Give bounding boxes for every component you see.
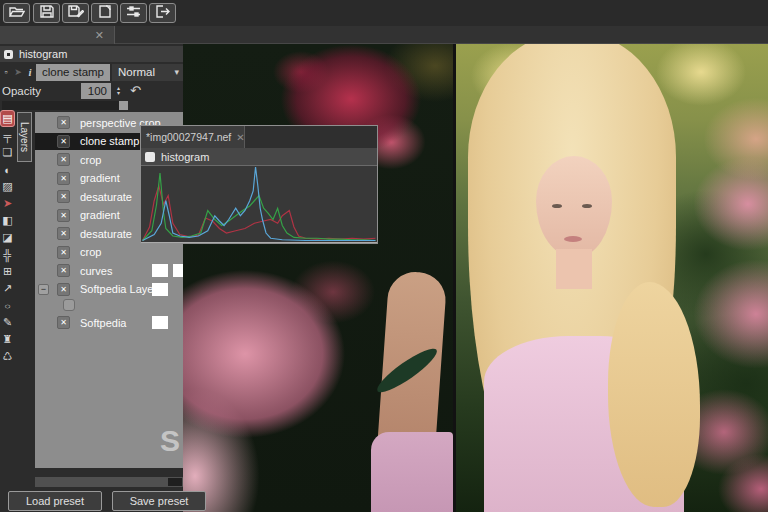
exit-button[interactable] <box>149 3 176 23</box>
info-icon[interactable]: i <box>24 66 36 78</box>
collapse-icon[interactable]: − <box>145 152 155 162</box>
layer-blend-row: ▫ ➤ i Normal ▾ <box>0 63 183 81</box>
sliders-icon <box>126 4 141 22</box>
app-window: ✕ histogram ▫ ➤ <box>0 0 768 512</box>
watermark: S <box>160 424 180 458</box>
photo-right-pane <box>456 44 768 512</box>
contrast-tool[interactable]: ◐ <box>0 161 15 178</box>
tool-column: ▤ ╤ ❏ ◐ ▨ ➤ ◧ ◪ ╬ ⊞ ↗ ○ ✎ ♜ ♺ <box>0 110 16 365</box>
layer-list-scrollbar[interactable] <box>35 477 183 487</box>
photo-hair-strand <box>608 282 700 507</box>
histogram-header: − histogram <box>141 148 377 165</box>
save-edit-icon <box>68 4 84 22</box>
photo-neck <box>556 249 592 289</box>
ellipse-tool[interactable]: ○ <box>0 297 15 314</box>
load-preset-button[interactable]: Load preset <box>8 491 102 511</box>
photo-dress-left <box>371 432 453 512</box>
photo-canvas[interactable] <box>183 44 768 512</box>
crop-tool[interactable]: ╬ <box>0 246 15 263</box>
histogram-panel-header[interactable]: histogram <box>0 46 183 62</box>
open-button[interactable] <box>3 3 30 23</box>
dock-panel-icon[interactable] <box>4 50 13 59</box>
layer-row[interactable]: ✕ Softpedia <box>35 314 183 331</box>
exit-icon <box>155 4 170 22</box>
brush-tool[interactable]: ➤ <box>0 195 15 212</box>
levels-tool[interactable]: ◧ <box>0 212 15 229</box>
clone-arrow-tool[interactable]: ↗ <box>0 280 15 297</box>
save-button[interactable] <box>33 3 60 23</box>
photo-eye <box>552 204 562 208</box>
save-preset-button[interactable]: Save preset <box>112 491 206 511</box>
layers-side-tab[interactable]: Layers <box>17 112 32 162</box>
left-dock: histogram ▫ ➤ i Normal ▾ Opacity 100 ▴ ▾… <box>0 44 183 512</box>
layer-delete-icon[interactable]: ✕ <box>57 116 70 129</box>
layer-row[interactable]: − ✕ Softpedia Layer <box>35 281 183 298</box>
save-as-button[interactable] <box>62 3 89 23</box>
layer-delete-icon[interactable]: ✕ <box>57 283 70 296</box>
pencil-tool[interactable]: ✎ <box>0 314 15 331</box>
spin-down-icon[interactable]: ▾ <box>117 91 120 96</box>
opacity-stepper[interactable]: ▴ ▾ <box>117 86 120 96</box>
folder-open-icon <box>9 4 25 22</box>
blend-mode-value: Normal <box>118 66 155 78</box>
layer-swatch[interactable] <box>152 283 168 296</box>
image-file-tab-title: *img00027947.nef <box>146 131 231 143</box>
sublayer-toggle[interactable] <box>63 299 75 311</box>
opacity-slider[interactable] <box>2 101 128 110</box>
document-tabstrip: ✕ <box>0 26 768 44</box>
opacity-value[interactable]: 100 <box>81 83 111 99</box>
layer-name-input[interactable] <box>36 64 110 81</box>
photo-eye <box>582 204 592 208</box>
layer-swatch[interactable] <box>152 316 168 329</box>
tab-close-icon[interactable]: ✕ <box>236 132 244 143</box>
layer-delete-icon[interactable]: ✕ <box>57 135 70 148</box>
trash-tool[interactable]: ♺ <box>0 348 15 365</box>
stamp-tool[interactable]: ♜ <box>0 331 15 348</box>
blend-mode-select[interactable]: Normal ▾ <box>112 64 183 81</box>
preferences-button[interactable] <box>120 3 147 23</box>
layer-delete-icon[interactable]: ✕ <box>57 227 70 240</box>
apply-arrow-icon[interactable]: ➤ <box>12 67 24 77</box>
layer-row[interactable]: ✕ curves <box>35 262 183 279</box>
photo-lips <box>564 236 582 242</box>
layer-delete-icon[interactable]: ✕ <box>57 172 70 185</box>
layer-delete-icon[interactable]: ✕ <box>57 316 70 329</box>
layer-delete-icon[interactable]: ✕ <box>57 209 70 222</box>
curve-swatch[interactable] <box>173 264 183 277</box>
opacity-slider-handle[interactable] <box>119 101 128 110</box>
histogram-title: histogram <box>161 151 209 163</box>
histogram-window[interactable]: *img00027947.nef ✕ − histogram <box>140 125 378 244</box>
main-toolbar <box>0 0 768 26</box>
thumbnail-toggle-icon[interactable]: ▫ <box>0 67 12 77</box>
histogram-plot <box>141 165 377 243</box>
transform-tool[interactable]: ╤ <box>0 127 15 144</box>
layer-delete-icon[interactable]: ✕ <box>57 153 70 166</box>
image-file-tab[interactable]: *img00027947.nef ✕ <box>141 126 245 148</box>
curve-swatch[interactable] <box>152 264 168 277</box>
photo-left-pane <box>183 44 453 512</box>
histogram-window-tabstrip: *img00027947.nef ✕ <box>141 126 377 148</box>
save-icon <box>40 4 54 22</box>
mesh-tool[interactable]: ⊞ <box>0 263 15 280</box>
tab-close-icon[interactable]: ✕ <box>95 30 104 41</box>
scrollbar-thumb[interactable] <box>168 478 182 486</box>
page-edit-tool[interactable]: ❏ <box>0 144 15 161</box>
opacity-row: Opacity 100 ▴ ▾ ↶ <box>0 82 183 99</box>
chevron-down-icon: ▾ <box>174 67 179 77</box>
gradient-tool[interactable]: ◪ <box>0 229 15 246</box>
curves-tool[interactable]: ▨ <box>0 178 15 195</box>
layer-delete-icon[interactable]: ✕ <box>57 190 70 203</box>
page-export-icon <box>98 4 112 22</box>
export-image-button[interactable] <box>91 3 118 23</box>
layers-tool[interactable]: ▤ <box>0 110 15 127</box>
opacity-label: Opacity <box>2 85 41 97</box>
document-tab[interactable]: ✕ <box>0 26 115 44</box>
layer-delete-icon[interactable]: ✕ <box>57 264 70 277</box>
histogram-panel-title: histogram <box>19 48 67 60</box>
layer-delete-icon[interactable]: ✕ <box>57 246 70 259</box>
undo-icon[interactable]: ↶ <box>130 83 141 98</box>
collapse-icon[interactable]: − <box>38 284 49 295</box>
